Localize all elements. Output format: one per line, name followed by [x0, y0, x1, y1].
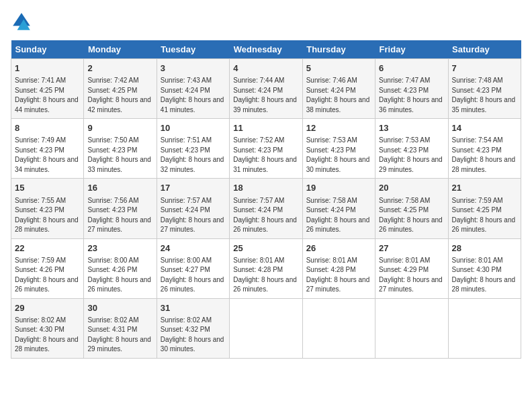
day-info: Sunrise: 7:54 AMSunset: 4:23 PMDaylight:…: [452, 136, 517, 175]
day-info: Sunrise: 7:50 AMSunset: 4:23 PMDaylight:…: [87, 136, 152, 175]
day-number: 20: [379, 182, 444, 194]
day-number: 12: [306, 122, 371, 134]
empty-cell: [375, 298, 448, 358]
calendar-day-21: 21Sunrise: 7:59 AMSunset: 4:25 PMDayligh…: [448, 179, 521, 238]
day-info: Sunrise: 7:49 AMSunset: 4:23 PMDaylight:…: [15, 136, 80, 175]
day-info: Sunrise: 8:01 AMSunset: 4:28 PMDaylight:…: [306, 256, 371, 295]
weekday-header-saturday: Saturday: [448, 40, 521, 59]
calendar-day-11: 11Sunrise: 7:52 AMSunset: 4:23 PMDayligh…: [230, 119, 302, 179]
day-number: 25: [233, 242, 298, 255]
weekday-header-monday: Monday: [84, 40, 157, 59]
calendar-day-7: 7Sunrise: 7:48 AMSunset: 4:23 PMDaylight…: [448, 59, 521, 119]
day-number: 18: [233, 182, 298, 194]
weekday-header-wednesday: Wednesday: [230, 40, 302, 59]
calendar-day-16: 16Sunrise: 7:56 AMSunset: 4:23 PMDayligh…: [84, 179, 157, 238]
weekday-header-thursday: Thursday: [302, 40, 375, 59]
day-number: 7: [452, 62, 517, 75]
day-info: Sunrise: 8:01 AMSunset: 4:30 PMDaylight:…: [452, 256, 517, 295]
calendar-day-3: 3Sunrise: 7:43 AMSunset: 4:24 PMDaylight…: [157, 59, 229, 119]
calendar-day-26: 26Sunrise: 8:01 AMSunset: 4:28 PMDayligh…: [302, 238, 375, 298]
day-info: Sunrise: 8:00 AMSunset: 4:26 PMDaylight:…: [87, 256, 152, 295]
day-info: Sunrise: 8:02 AMSunset: 4:30 PMDaylight:…: [15, 316, 80, 355]
day-number: 16: [87, 182, 152, 194]
logo-icon: [11, 11, 32, 32]
calendar-day-2: 2Sunrise: 7:42 AMSunset: 4:25 PMDaylight…: [84, 59, 157, 119]
day-number: 23: [87, 242, 152, 255]
calendar-day-15: 15Sunrise: 7:55 AMSunset: 4:23 PMDayligh…: [11, 179, 84, 238]
empty-cell: [230, 298, 302, 358]
day-number: 28: [452, 242, 517, 255]
day-number: 30: [87, 302, 152, 314]
weekday-header-friday: Friday: [375, 40, 448, 59]
calendar-day-13: 13Sunrise: 7:53 AMSunset: 4:23 PMDayligh…: [375, 119, 448, 179]
weekday-header-sunday: Sunday: [11, 40, 84, 59]
day-info: Sunrise: 7:52 AMSunset: 4:23 PMDaylight:…: [233, 136, 298, 175]
day-number: 26: [306, 242, 371, 255]
day-info: Sunrise: 7:53 AMSunset: 4:23 PMDaylight:…: [379, 136, 444, 175]
calendar-day-20: 20Sunrise: 7:58 AMSunset: 4:25 PMDayligh…: [375, 179, 448, 238]
calendar-day-29: 29Sunrise: 8:02 AMSunset: 4:30 PMDayligh…: [11, 298, 84, 358]
day-number: 1: [15, 62, 80, 75]
day-info: Sunrise: 8:02 AMSunset: 4:31 PMDaylight:…: [87, 316, 152, 355]
day-info: Sunrise: 7:55 AMSunset: 4:23 PMDaylight:…: [15, 196, 80, 235]
day-info: Sunrise: 7:58 AMSunset: 4:24 PMDaylight:…: [306, 196, 371, 235]
calendar-day-22: 22Sunrise: 7:59 AMSunset: 4:26 PMDayligh…: [11, 238, 84, 298]
day-number: 8: [15, 122, 80, 134]
calendar-day-4: 4Sunrise: 7:44 AMSunset: 4:24 PMDaylight…: [230, 59, 302, 119]
day-info: Sunrise: 7:47 AMSunset: 4:23 PMDaylight:…: [379, 76, 444, 115]
calendar-day-5: 5Sunrise: 7:46 AMSunset: 4:24 PMDaylight…: [302, 59, 375, 119]
day-info: Sunrise: 7:44 AMSunset: 4:24 PMDaylight:…: [233, 76, 298, 115]
day-number: 4: [233, 62, 298, 75]
calendar-day-6: 6Sunrise: 7:47 AMSunset: 4:23 PMDaylight…: [375, 59, 448, 119]
calendar-week-4: 22Sunrise: 7:59 AMSunset: 4:26 PMDayligh…: [11, 238, 521, 298]
day-number: 2: [87, 62, 152, 75]
day-info: Sunrise: 7:41 AMSunset: 4:25 PMDaylight:…: [15, 76, 80, 115]
day-info: Sunrise: 7:53 AMSunset: 4:23 PMDaylight:…: [306, 136, 371, 175]
calendar-day-30: 30Sunrise: 8:02 AMSunset: 4:31 PMDayligh…: [84, 298, 157, 358]
day-number: 22: [15, 242, 80, 255]
day-info: Sunrise: 7:57 AMSunset: 4:24 PMDaylight:…: [233, 196, 298, 235]
day-number: 15: [15, 182, 80, 194]
calendar-day-23: 23Sunrise: 8:00 AMSunset: 4:26 PMDayligh…: [84, 238, 157, 298]
day-info: Sunrise: 7:59 AMSunset: 4:25 PMDaylight:…: [452, 196, 517, 235]
day-number: 24: [161, 242, 226, 255]
day-number: 6: [379, 62, 444, 75]
day-info: Sunrise: 8:00 AMSunset: 4:27 PMDaylight:…: [161, 256, 226, 295]
day-number: 5: [306, 62, 371, 75]
calendar-day-14: 14Sunrise: 7:54 AMSunset: 4:23 PMDayligh…: [448, 119, 521, 179]
calendar-day-12: 12Sunrise: 7:53 AMSunset: 4:23 PMDayligh…: [302, 119, 375, 179]
calendar-table: SundayMondayTuesdayWednesdayThursdayFrid…: [11, 40, 521, 359]
day-info: Sunrise: 7:56 AMSunset: 4:23 PMDaylight:…: [87, 196, 152, 235]
calendar-week-3: 15Sunrise: 7:55 AMSunset: 4:23 PMDayligh…: [11, 179, 521, 238]
calendar-day-8: 8Sunrise: 7:49 AMSunset: 4:23 PMDaylight…: [11, 119, 84, 179]
day-number: 21: [452, 182, 517, 194]
logo: [11, 11, 35, 32]
day-number: 17: [161, 182, 226, 194]
page-header: [11, 11, 521, 32]
calendar-day-17: 17Sunrise: 7:57 AMSunset: 4:24 PMDayligh…: [157, 179, 229, 238]
calendar-week-5: 29Sunrise: 8:02 AMSunset: 4:30 PMDayligh…: [11, 298, 521, 358]
day-number: 27: [379, 242, 444, 255]
calendar-day-18: 18Sunrise: 7:57 AMSunset: 4:24 PMDayligh…: [230, 179, 302, 238]
calendar-week-1: 1Sunrise: 7:41 AMSunset: 4:25 PMDaylight…: [11, 59, 521, 119]
day-info: Sunrise: 8:01 AMSunset: 4:29 PMDaylight:…: [379, 256, 444, 295]
calendar-day-1: 1Sunrise: 7:41 AMSunset: 4:25 PMDaylight…: [11, 59, 84, 119]
calendar-day-19: 19Sunrise: 7:58 AMSunset: 4:24 PMDayligh…: [302, 179, 375, 238]
calendar-week-2: 8Sunrise: 7:49 AMSunset: 4:23 PMDaylight…: [11, 119, 521, 179]
day-number: 10: [161, 122, 226, 134]
day-number: 13: [379, 122, 444, 134]
weekday-header-tuesday: Tuesday: [157, 40, 229, 59]
day-info: Sunrise: 7:51 AMSunset: 4:23 PMDaylight:…: [161, 136, 226, 175]
calendar-day-9: 9Sunrise: 7:50 AMSunset: 4:23 PMDaylight…: [84, 119, 157, 179]
day-number: 9: [87, 122, 152, 134]
day-number: 3: [161, 62, 226, 75]
day-info: Sunrise: 7:48 AMSunset: 4:23 PMDaylight:…: [452, 76, 517, 115]
calendar-day-10: 10Sunrise: 7:51 AMSunset: 4:23 PMDayligh…: [157, 119, 229, 179]
day-info: Sunrise: 8:02 AMSunset: 4:32 PMDaylight:…: [161, 316, 226, 355]
calendar-day-28: 28Sunrise: 8:01 AMSunset: 4:30 PMDayligh…: [448, 238, 521, 298]
empty-cell: [302, 298, 375, 358]
calendar-day-25: 25Sunrise: 8:01 AMSunset: 4:28 PMDayligh…: [230, 238, 302, 298]
day-info: Sunrise: 7:57 AMSunset: 4:24 PMDaylight:…: [161, 196, 226, 235]
calendar-day-31: 31Sunrise: 8:02 AMSunset: 4:32 PMDayligh…: [157, 298, 229, 358]
day-number: 31: [161, 302, 226, 314]
